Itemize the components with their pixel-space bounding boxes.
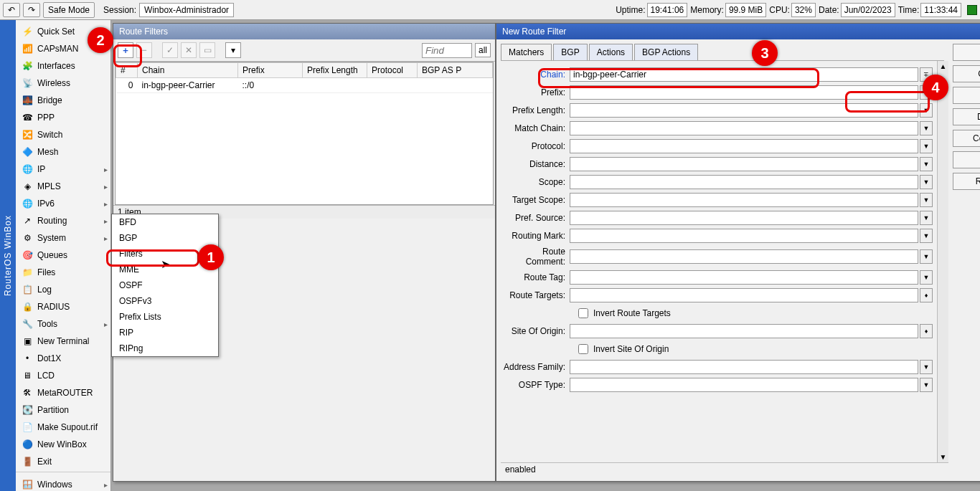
protocol-input[interactable] [570, 139, 918, 153]
comment-button[interactable]: ▭ [199, 42, 215, 58]
col-plen[interactable]: Prefix Length [303, 63, 367, 78]
remove-button[interactable]: − [136, 42, 152, 58]
route-comment-input[interactable] [570, 249, 918, 264]
sidebar-item-system[interactable]: ⚙System▸ [16, 229, 110, 247]
submenu-item-bgp[interactable]: BGP [112, 230, 218, 246]
submenu-item-prefix-lists[interactable]: Prefix Lists [112, 309, 218, 325]
dropdown-toggle[interactable]: ▼ [920, 175, 933, 189]
col-prefix[interactable]: Prefix [238, 63, 303, 78]
tab-matchers[interactable]: Matchers [501, 44, 552, 60]
copy-button[interactable]: Copy [953, 151, 980, 168]
ppp-icon: ☎ [22, 112, 33, 123]
sidebar-item-mesh[interactable]: 🔷Mesh [16, 143, 110, 161]
route-tag-input[interactable] [570, 270, 918, 285]
sidebar-item-dot1x[interactable]: •Dot1X [16, 350, 110, 367]
prefix-length-input[interactable] [570, 103, 918, 118]
dropdown-toggle[interactable]: ♦ [920, 324, 933, 338]
add-button[interactable]: ＋ [118, 42, 133, 58]
cancel-button[interactable]: Cancel [953, 65, 980, 82]
route-targets-input[interactable] [570, 288, 918, 302]
sidebar-item-windows[interactable]: 🪟Windows▸ [16, 476, 110, 491]
col-num[interactable]: # [116, 63, 138, 78]
dropdown-toggle[interactable]: ▼ [920, 378, 933, 392]
dropdown-toggle[interactable]: ▼ [920, 157, 933, 171]
sidebar-item-radius[interactable]: 🔒RADIUS [16, 298, 110, 315]
submenu-item-ripng[interactable]: RIPng [112, 340, 218, 356]
col-bgpas[interactable]: BGP AS P [418, 63, 493, 78]
dropdown-toggle[interactable]: ▼ [920, 249, 933, 264]
tab-bgp-actions[interactable]: BGP Actions [634, 44, 698, 60]
safe-mode-button[interactable]: Safe Mode [43, 2, 95, 18]
target-scope-input[interactable] [570, 193, 918, 207]
chain-input[interactable] [570, 67, 918, 82]
dropdown-toggle[interactable]: ▼ [920, 193, 933, 207]
col-chain[interactable]: Chain [138, 63, 238, 78]
sidebar-item-partition[interactable]: 💽Partition [16, 401, 110, 419]
address-family-input[interactable] [570, 360, 918, 374]
sidebar-item-switch[interactable]: 🔀Switch [16, 126, 110, 143]
sidebar-item-new-terminal[interactable]: ▣New Terminal [16, 333, 110, 350]
ospf-type-input[interactable] [570, 378, 918, 392]
window-titlebar[interactable]: New Route Filter ▫ ✕ [496, 24, 980, 39]
dropdown-toggle[interactable]: ▼ [920, 270, 933, 285]
invert-route-targets-checkbox[interactable] [578, 308, 588, 318]
sidebar-item-lcd[interactable]: 🖥LCD [16, 367, 110, 384]
chevron-up-icon[interactable]: ▲ [940, 62, 947, 70]
dropdown-toggle[interactable]: ▼ [920, 229, 933, 243]
sidebar-item-supout[interactable]: 📄Make Supout.rif [16, 419, 110, 436]
sidebar-item-mpls[interactable]: ◈MPLS▸ [16, 178, 110, 195]
invert-site-origin-checkbox[interactable] [578, 344, 588, 354]
remove-button[interactable]: Remove [953, 173, 980, 190]
chevron-down-icon[interactable]: ▼ [940, 453, 947, 461]
dropdown-toggle[interactable]: ▼ [920, 211, 933, 225]
uptime-value: 19:41:06 [647, 3, 688, 17]
submenu-item-ospfv3[interactable]: OSPFv3 [112, 293, 218, 309]
sidebar-item-ipv6[interactable]: 🌐IPv6▸ [16, 195, 110, 212]
redo-button[interactable]: ↷ [23, 3, 40, 17]
scope-input[interactable] [570, 175, 918, 189]
distance-input[interactable] [570, 157, 918, 171]
sidebar-item-files[interactable]: 📁Files [16, 264, 110, 281]
sidebar-item-interfaces[interactable]: 🧩Interfaces [16, 57, 110, 75]
tab-bgp[interactable]: BGP [553, 44, 587, 60]
submenu-item-bfd[interactable]: BFD [112, 214, 218, 230]
form-scrollbar[interactable]: ▲ ▼ [937, 61, 948, 462]
filter-button[interactable]: ▾ [225, 42, 241, 58]
sidebar-item-metarouter[interactable]: 🛠MetaROUTER [16, 384, 110, 401]
sidebar-item-bridge[interactable]: 🌉Bridge [16, 92, 110, 109]
disable-button[interactable]: Disable [953, 108, 980, 125]
ok-button[interactable]: OK [953, 44, 980, 61]
sidebar-item-exit[interactable]: 🚪Exit [16, 453, 110, 470]
sidebar-item-ppp[interactable]: ☎PPP [16, 109, 110, 126]
table-row[interactable]: 0 in-bgp-peer-Carrier ::/0 [116, 78, 493, 93]
submenu-item-rip[interactable]: RIP [112, 325, 218, 340]
dropdown-toggle[interactable]: ▼ [920, 103, 933, 118]
enable-button[interactable]: ✓ [162, 42, 178, 58]
tab-actions[interactable]: Actions [589, 44, 633, 60]
undo-button[interactable]: ↶ [3, 3, 20, 17]
apply-button[interactable]: Apply [953, 87, 980, 104]
dropdown-toggle[interactable]: ♦ [920, 288, 933, 302]
sidebar-item-new-winbox[interactable]: 🔵New WinBox [16, 436, 110, 453]
sidebar-item-routing[interactable]: ↗Routing▸ [16, 212, 110, 229]
prefix-input[interactable] [570, 85, 918, 100]
sidebar-item-ip[interactable]: 🌐IP▸ [16, 161, 110, 178]
find-input[interactable] [422, 43, 472, 58]
window-titlebar[interactable]: Route Filters [113, 24, 495, 39]
comment-button[interactable]: Comment [953, 130, 980, 147]
filter-all-select[interactable]: all [475, 43, 491, 57]
sidebar-item-queues[interactable]: 🎯Queues [16, 247, 110, 264]
sidebar-item-wireless[interactable]: 📡Wireless [16, 75, 110, 92]
site-of-origin-input[interactable] [570, 324, 918, 338]
col-proto[interactable]: Protocol [367, 63, 418, 78]
submenu-item-ospf[interactable]: OSPF [112, 277, 218, 293]
sidebar-item-log[interactable]: 📋Log [16, 281, 110, 298]
pref-source-input[interactable] [570, 211, 918, 225]
sidebar-item-tools[interactable]: 🔧Tools▸ [16, 315, 110, 333]
dropdown-toggle[interactable]: ▼ [920, 139, 933, 153]
dropdown-toggle[interactable]: ▼ [920, 360, 933, 374]
match-chain-input[interactable] [570, 121, 918, 135]
routing-mark-input[interactable] [570, 229, 918, 243]
disable-button[interactable]: ✕ [181, 42, 197, 58]
dropdown-toggle[interactable]: ▼ [920, 121, 933, 135]
